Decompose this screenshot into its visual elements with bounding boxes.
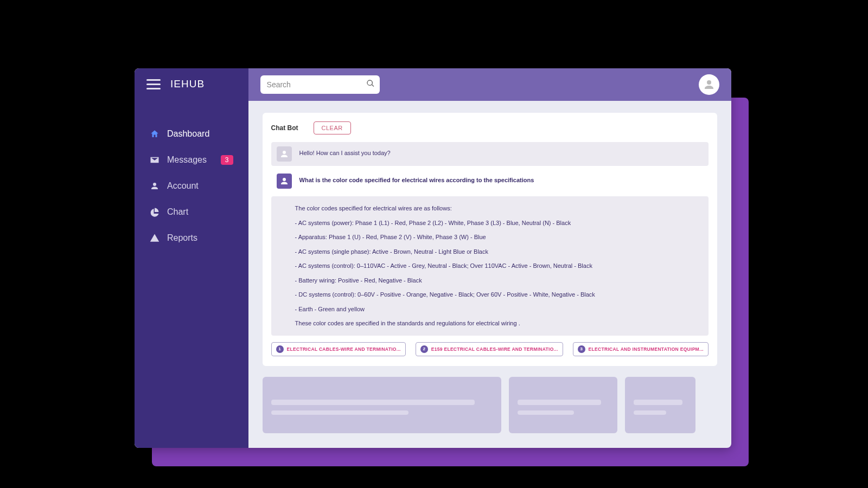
- skeleton-line: [271, 400, 475, 405]
- sidebar-item-label: Chart: [167, 207, 188, 217]
- chat-answer: The color codes specified for electrical…: [271, 196, 709, 336]
- main-area: Chat Bot CLEAR Hello! How can I assist y…: [248, 68, 731, 448]
- search-box[interactable]: [260, 75, 380, 94]
- app-window: IEHUB Dashboard Messages 3 Account: [135, 68, 731, 448]
- sidebar-item-label: Account: [167, 181, 199, 191]
- sidebar-item-account[interactable]: Account: [142, 175, 241, 197]
- pie-chart-icon: [150, 207, 159, 217]
- clear-button[interactable]: CLEAR: [314, 121, 351, 134]
- sidebar: IEHUB Dashboard Messages 3 Account: [135, 68, 248, 448]
- chat-message-text: What is the color code specified for ele…: [299, 174, 534, 183]
- home-icon: [150, 129, 159, 139]
- reference-chips: 1 ELECTRICAL CABLES-WIRE AND TERMINATIO.…: [271, 342, 709, 356]
- reference-chip[interactable]: 1 ELECTRICAL CABLES-WIRE AND TERMINATIO.…: [271, 342, 406, 356]
- chat-message-user: What is the color code specified for ele…: [271, 169, 709, 193]
- placeholder-card: [263, 377, 501, 433]
- chip-number: 3: [578, 345, 585, 353]
- chat-message-text: Hello! How can I assist you today?: [299, 146, 391, 156]
- chat-header: Chat Bot CLEAR: [271, 121, 709, 134]
- sidebar-item-dashboard[interactable]: Dashboard: [142, 123, 241, 145]
- answer-line: - Apparatus: Phase 1 (U) - Red, Phase 2 …: [295, 233, 685, 242]
- skeleton-line: [634, 400, 682, 405]
- mail-icon: [150, 155, 159, 165]
- chat-title: Chat Bot: [271, 124, 298, 132]
- answer-line: - AC systems (control): 0–110VAC - Activ…: [295, 261, 685, 271]
- chat-card: Chat Bot CLEAR Hello! How can I assist y…: [263, 113, 717, 366]
- chip-number: 1: [276, 345, 284, 353]
- chip-number: 2: [420, 345, 428, 353]
- answer-line: - Battery wiring: Positive - Red, Negati…: [295, 276, 685, 285]
- reference-chip[interactable]: 3 ELECTRICAL AND INSTRUMENTATION EQUIPM.…: [573, 342, 709, 356]
- skeleton-line: [518, 400, 602, 405]
- search-input[interactable]: [267, 80, 362, 89]
- sidebar-item-reports[interactable]: Reports: [142, 227, 241, 249]
- chip-label: ELECTRICAL AND INSTRUMENTATION EQUIPM...: [589, 346, 704, 352]
- alert-icon: [150, 233, 159, 243]
- bot-avatar-icon: [277, 146, 292, 162]
- messages-badge: 3: [221, 155, 233, 165]
- sidebar-item-label: Dashboard: [167, 129, 209, 139]
- skeleton-line: [634, 410, 667, 415]
- sidebar-item-chart[interactable]: Chart: [142, 201, 241, 223]
- user-avatar[interactable]: [699, 74, 719, 95]
- reference-chip[interactable]: 2 E159 ELECTRICAL CABLES-WIRE AND TERMIN…: [416, 342, 563, 356]
- brand-title: IEHUB: [170, 78, 205, 90]
- answer-line: - AC systems (power): Phase 1 (L1) - Red…: [295, 219, 685, 228]
- sidebar-nav: Dashboard Messages 3 Account Chart: [135, 123, 248, 253]
- sidebar-item-label: Reports: [167, 233, 197, 243]
- placeholder-cards: [263, 377, 717, 433]
- search-icon: [366, 79, 375, 90]
- chip-label: E159 ELECTRICAL CABLES-WIRE AND TERMINAT…: [431, 346, 558, 352]
- placeholder-card: [509, 377, 617, 433]
- user-avatar-icon: [277, 174, 292, 189]
- sidebar-item-messages[interactable]: Messages 3: [142, 149, 241, 171]
- answer-outro: These color codes are specified in the s…: [295, 319, 685, 328]
- topbar: [248, 68, 731, 101]
- chat-message-bot: Hello! How can I assist you today?: [271, 142, 709, 166]
- user-icon: [150, 181, 159, 191]
- sidebar-item-label: Messages: [167, 155, 207, 165]
- answer-intro: The color codes specified for electrical…: [295, 204, 685, 213]
- answer-line: - AC systems (single phase): Active - Br…: [295, 247, 685, 256]
- hamburger-menu-icon[interactable]: [146, 79, 161, 89]
- placeholder-card: [625, 377, 695, 433]
- answer-line: - Earth - Green and yellow: [295, 305, 685, 314]
- sidebar-header: IEHUB: [135, 78, 248, 123]
- content: Chat Bot CLEAR Hello! How can I assist y…: [248, 101, 731, 448]
- chip-label: ELECTRICAL CABLES-WIRE AND TERMINATIO...: [287, 346, 401, 352]
- skeleton-line: [271, 410, 409, 415]
- skeleton-line: [518, 410, 574, 415]
- answer-line: - DC systems (control): 0–60V - Positive…: [295, 290, 685, 299]
